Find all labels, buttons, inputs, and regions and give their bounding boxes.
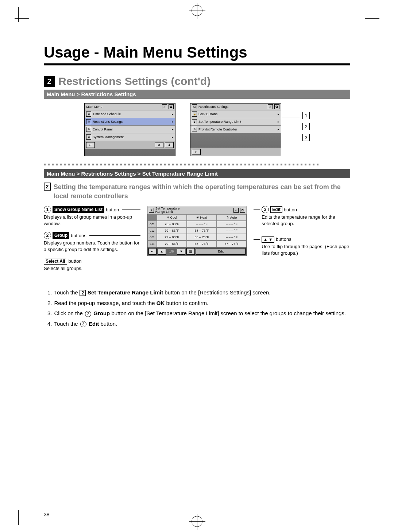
label-edit: Edit: [270, 206, 282, 213]
dotted-separator: [44, 164, 350, 165]
home-icon: ⌂: [162, 104, 167, 109]
circle-3: 3: [262, 206, 269, 213]
callout-3: 3: [302, 134, 310, 141]
subsection-number: 2: [44, 183, 51, 191]
main-menu-title: Main Menu: [86, 105, 103, 109]
run-icon: ✿: [169, 104, 174, 109]
label-show-group: Show Group Name List: [53, 206, 104, 213]
note-edit-button: 3 Edit button Edits the temperature rang…: [254, 206, 350, 227]
restrictions-screen: ⧉Restrictions Settings ⌂✿ 🔒Lock Buttons▸…: [190, 103, 281, 156]
circle-1: 1: [44, 206, 51, 213]
breadcrumb-1: Main Menu > Restrictions Settings: [44, 90, 350, 99]
note-group-buttons: 2 Group buttons Displays group numbers. …: [44, 232, 140, 253]
table-row: G0479 – 83°F68 – 73°F67 – 73°F: [147, 240, 247, 247]
page-title: Usage - Main Menu Settings: [44, 44, 350, 65]
restriction-item[interactable]: ⧉Prohibit Remote Controller▸: [190, 125, 281, 133]
table-row: G0279 – 83°F68 – 73°F– – – °F: [147, 227, 247, 234]
label-select-all: Select All: [44, 258, 67, 265]
restrictions-title: Restrictions Settings: [198, 105, 228, 109]
section-title: Restrictions Settings (cont'd): [58, 75, 210, 87]
group-button[interactable]: G04: [147, 240, 157, 247]
note-desc: Selects all groups.: [44, 265, 140, 272]
step-box-2: 2: [80, 290, 86, 296]
select-all-icon[interactable]: ▦: [186, 248, 195, 255]
note-select-all: Select All button Selects all groups.: [44, 258, 140, 272]
callout-1: 1: [302, 112, 310, 119]
group-button[interactable]: G02: [147, 227, 157, 234]
circle-2: 2: [44, 232, 51, 239]
home-icon: ⌂: [268, 104, 273, 109]
note-arrow-buttons: ▲ ▼ buttons Use to flip through the page…: [254, 236, 350, 256]
temp-range-screen: 🌡 Set TemperatureRange Limit ⌂✿ ❄Cool ☀H…: [147, 206, 247, 256]
restriction-item[interactable]: 🌡Set Temperature Range Limit▸: [190, 118, 281, 125]
foot-icon[interactable]: ⧉: [155, 142, 163, 148]
step-circ-2: 2: [85, 311, 91, 317]
note-desc: Displays a list of group names in a pop-…: [44, 214, 140, 227]
subsection-header: 2 Setting the temperature ranges within …: [44, 183, 350, 201]
page-down-icon[interactable]: ▼: [177, 248, 185, 255]
back-icon[interactable]: ↵: [192, 149, 201, 155]
home-icon: ⌂: [233, 208, 239, 213]
restriction-item[interactable]: 🔒Lock Buttons▸: [190, 110, 281, 118]
steps-list: 1.Touch the 2 Set Temperature Range Limi…: [47, 287, 350, 329]
group-button[interactable]: G03: [147, 234, 157, 240]
foot-icon[interactable]: ⬇: [165, 142, 174, 148]
pager-text: 1/6: [167, 248, 176, 255]
edit-button[interactable]: Edit: [196, 248, 246, 255]
note-desc: Edits the temperature range for the sele…: [254, 214, 350, 227]
page-up-icon[interactable]: ▲: [158, 248, 166, 255]
back-icon[interactable]: ↵: [86, 142, 95, 148]
note-desc: Displays group numbers. Touch the button…: [44, 240, 140, 253]
tab-auto[interactable]: ↻Auto: [217, 214, 247, 221]
tab-cool[interactable]: ❄Cool: [157, 214, 187, 221]
menu-row[interactable]: ⧉Time and Schedule▸: [85, 110, 175, 118]
note-desc: Use to flip through the pages. (Each pag…: [254, 243, 350, 256]
arrow-buttons-icon: ▲ ▼: [262, 236, 274, 243]
page-number: 38: [44, 512, 50, 517]
menu-row-selected[interactable]: ⧉Restrictions Settings▸: [85, 118, 175, 125]
table-row: G0175 – 83°F– – – °F– – – °F: [147, 221, 247, 227]
tab-heat[interactable]: ☀Heat: [187, 214, 217, 221]
temp-icon: 🌡: [149, 208, 154, 213]
callout-2: 2: [302, 123, 310, 130]
menu-row[interactable]: ⧉Control Panel▸: [85, 125, 175, 133]
run-icon: ✿: [240, 208, 245, 213]
menu-row[interactable]: ⧉System Management▸: [85, 133, 175, 141]
note-show-group-list: 1 Show Group Name List button Displays a…: [44, 206, 140, 227]
back-icon[interactable]: ↵: [148, 248, 157, 255]
main-menu-screen: Main Menu ⌂✿ ⧉Time and Schedule▸ ⧉Restri…: [84, 103, 175, 156]
section-header: 2 Restrictions Settings (cont'd): [44, 75, 350, 87]
subsection-title: Setting the temperature ranges within wh…: [54, 183, 350, 201]
section-number: 2: [44, 76, 55, 87]
step-circ-3: 3: [80, 321, 86, 327]
label-group: Group: [53, 232, 69, 239]
table-row: G0379 – 83°F68 – 73°F– – – °F: [147, 234, 247, 240]
group-button[interactable]: G01: [147, 221, 157, 227]
title-underline: [44, 66, 350, 66]
breadcrumb-2: Main Menu > Restrictions Settings > Set …: [44, 169, 350, 178]
run-icon: ✿: [274, 104, 279, 109]
